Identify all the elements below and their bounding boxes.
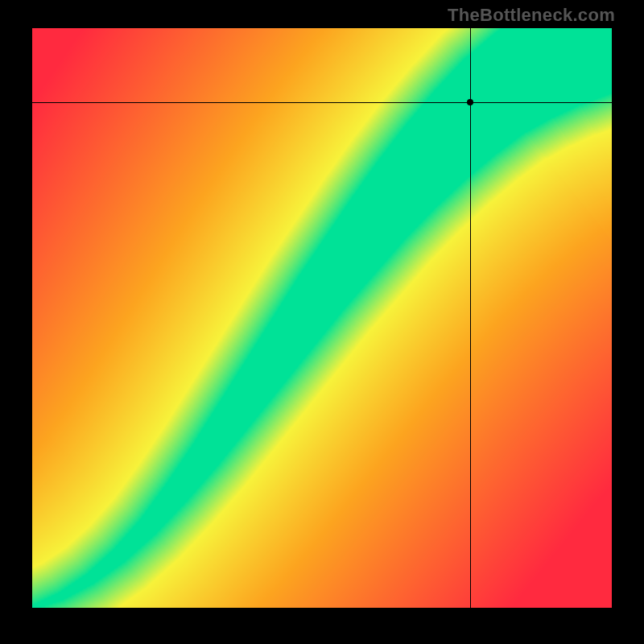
watermark-text: TheBottleneck.com <box>448 5 615 26</box>
plot-area <box>32 28 612 608</box>
crosshair-vertical <box>470 28 471 608</box>
chart-container: TheBottleneck.com <box>0 0 644 644</box>
marker-dot <box>467 99 473 105</box>
crosshair-horizontal <box>32 102 612 103</box>
heatmap-canvas <box>32 28 612 608</box>
